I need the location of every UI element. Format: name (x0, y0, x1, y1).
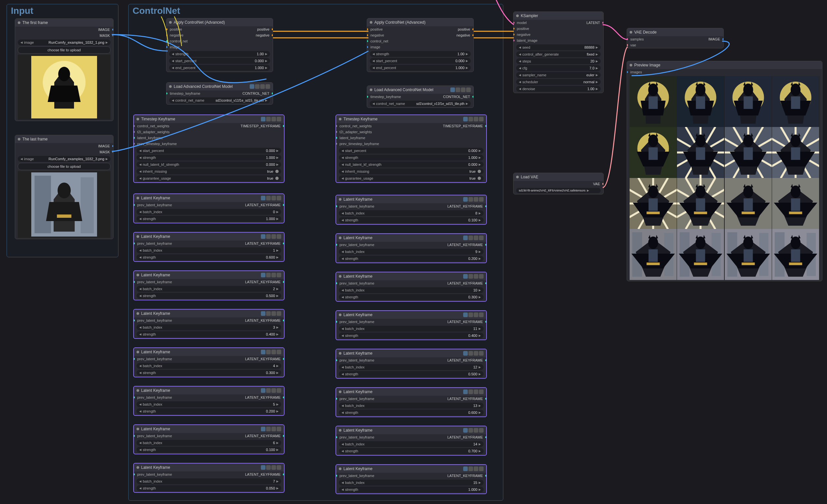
arrow-left-icon[interactable]: ◀ (139, 249, 141, 252)
arrow-right-icon[interactable]: ▶ (479, 257, 481, 260)
arrow-right-icon[interactable]: ▶ (479, 372, 481, 376)
widget-steps[interactable]: ◀steps20▶ (516, 58, 601, 64)
arrow-left-icon[interactable]: ◀ (341, 443, 344, 446)
widget-strength[interactable]: ◀strength0.200▶ (339, 256, 484, 261)
model-selector[interactable]: ◀control_net_namesd1\control_v11f1e_sd15… (169, 97, 270, 103)
arrow-right-icon[interactable]: ▶ (466, 52, 468, 56)
arrow-left-icon[interactable]: ◀ (341, 327, 344, 330)
arrow-left-icon[interactable]: ◀ (172, 59, 174, 62)
node-ksampler[interactable]: KSampler modelLATENT positive negative l… (513, 11, 604, 93)
port-latent-kf-out[interactable] (485, 205, 487, 208)
arrow-right-icon[interactable]: ▶ (276, 441, 279, 445)
port-negative-out[interactable] (272, 34, 273, 37)
arrow-right-icon[interactable]: ▶ (276, 287, 279, 291)
node-header[interactable]: KSampler (514, 12, 603, 20)
collapse-icon[interactable] (137, 351, 139, 353)
arrow-right-icon[interactable]: ▶ (276, 163, 279, 166)
node-header[interactable]: Latent Keyframe (134, 271, 284, 279)
port-latent[interactable] (602, 21, 604, 24)
node-header[interactable]: Latent Keyframe (134, 463, 284, 471)
widget-strength[interactable]: ◀strength0.600▶ (137, 254, 281, 260)
collapse-icon[interactable] (137, 274, 139, 276)
widget-sampler_name[interactable]: ◀sampler_nameeuler▶ (516, 72, 601, 78)
arrow-left-icon[interactable]: ◀ (341, 289, 344, 292)
arrow-left-icon[interactable]: ◀ (341, 404, 344, 407)
node-header[interactable]: The last frame (15, 135, 113, 143)
arrow-right-icon[interactable]: ▶ (466, 102, 468, 105)
arrow-left-icon[interactable]: ◀ (139, 371, 141, 374)
widget-batch_index[interactable]: ◀batch_index3▶ (137, 324, 281, 330)
arrow-left-icon[interactable]: ◀ (139, 170, 141, 173)
arrow-right-icon[interactable]: ▶ (596, 53, 598, 56)
port-positive-out[interactable] (472, 28, 474, 31)
node-last-frame[interactable]: The last frame IMAGE MASK ◀imageRunComfy… (15, 135, 113, 239)
port-timestep[interactable] (166, 92, 168, 95)
node-latent-keyframe[interactable]: Latent Keyframe prev_latent_keyframeLATE… (133, 270, 285, 300)
arrow-right-icon[interactable]: ▶ (479, 289, 481, 292)
node-header[interactable]: Latent Keyframe (134, 425, 284, 433)
collapse-icon[interactable] (339, 352, 341, 355)
port-prev-latent-kf[interactable] (336, 397, 338, 400)
port-t2i-weights[interactable] (133, 131, 135, 133)
port-prev-latent-kf[interactable] (336, 320, 338, 323)
arrow-left-icon[interactable]: ◀ (341, 218, 344, 222)
collapse-icon[interactable] (630, 64, 632, 66)
widget-strength[interactable]: ◀strength1.00▶ (370, 51, 471, 57)
port-control-net[interactable] (166, 40, 168, 42)
widget-batch_index[interactable]: ◀batch_index1▶ (137, 247, 281, 253)
collapse-icon[interactable] (516, 14, 519, 17)
arrow-left-icon[interactable]: ◀ (341, 449, 344, 453)
port-control-net-out[interactable] (272, 92, 273, 95)
arrow-right-icon[interactable]: ▶ (106, 41, 108, 44)
port-latent-kf-out[interactable] (283, 281, 285, 283)
arrow-left-icon[interactable]: ◀ (20, 157, 23, 160)
node-header[interactable]: Latent Keyframe (336, 388, 486, 396)
widget-batch_index[interactable]: ◀batch_index7▶ (137, 478, 281, 484)
node-latent-keyframe[interactable]: Latent Keyframe prev_latent_keyframeLATE… (336, 233, 487, 263)
port-control-net[interactable] (367, 40, 369, 42)
widget-start_percent[interactable]: ◀start_percent0.000▶ (137, 148, 281, 154)
collapse-icon[interactable] (137, 235, 139, 238)
arrow-left-icon[interactable]: ◀ (341, 372, 344, 376)
widget-denoise[interactable]: ◀denoise1.00▶ (516, 86, 601, 92)
arrow-left-icon[interactable]: ◀ (341, 295, 344, 299)
port-latent-kf-out[interactable] (283, 242, 285, 245)
arrow-left-icon[interactable]: ◀ (341, 257, 344, 260)
node-load-controlnet[interactable]: Load Advanced ControlNet Modeltimestep_k… (166, 82, 273, 105)
port-prev-latent-kf[interactable] (336, 244, 338, 246)
port-latent-kf-out[interactable] (283, 396, 285, 399)
port-latent-kf-out[interactable] (283, 435, 285, 437)
arrow-right-icon[interactable]: ▶ (265, 99, 267, 102)
widget-strength[interactable]: ◀strength0.700▶ (339, 448, 484, 454)
arrow-right-icon[interactable]: ▶ (466, 59, 468, 62)
node-timestep-keyframe[interactable]: Timestep Keyframecontrol_net_weightsTIME… (336, 114, 487, 183)
arrow-right-icon[interactable]: ▶ (479, 334, 481, 337)
port-negative-out[interactable] (472, 34, 474, 37)
collapse-icon[interactable] (370, 89, 372, 91)
arrow-left-icon[interactable]: ◀ (341, 149, 344, 152)
widget-end_percent[interactable]: ◀end_percent1.000▶ (370, 65, 471, 71)
widget-batch_index[interactable]: ◀batch_index6▶ (137, 440, 281, 446)
port-image[interactable] (112, 145, 113, 147)
widget-strength[interactable]: ◀strength0.500▶ (137, 293, 281, 299)
port-mask[interactable] (112, 151, 113, 153)
node-header[interactable]: Apply ControlNet (Advanced) (367, 18, 473, 26)
widget-batch_index[interactable]: ◀batch_index12▶ (339, 364, 484, 370)
port-latent-kf-out[interactable] (485, 397, 487, 400)
node-latent-keyframe[interactable]: Latent Keyframe prev_latent_keyframeLATE… (336, 310, 487, 340)
port-image[interactable] (367, 46, 369, 48)
arrow-left-icon[interactable]: ◀ (341, 177, 344, 180)
widget-seed[interactable]: ◀seed88888▶ (516, 44, 601, 50)
node-header[interactable]: Latent Keyframe (336, 465, 486, 473)
arrow-left-icon[interactable]: ◀ (341, 481, 344, 484)
node-latent-keyframe[interactable]: Latent Keyframe prev_latent_keyframeLATE… (336, 426, 487, 456)
collapse-icon[interactable] (18, 21, 20, 24)
arrow-left-icon[interactable]: ◀ (519, 87, 521, 91)
model-selector[interactable]: ◀control_net_namesd1\control_v11f1e_sd15… (370, 101, 471, 107)
port-image[interactable] (722, 38, 724, 41)
node-apply-controlnet[interactable]: Apply ControlNet (Advanced)positiveposit… (367, 18, 474, 72)
arrow-right-icon[interactable]: ▶ (276, 217, 279, 220)
arrow-left-icon[interactable]: ◀ (519, 73, 521, 77)
port-latent-kf-out[interactable] (485, 436, 487, 439)
port-mask[interactable] (112, 34, 113, 37)
